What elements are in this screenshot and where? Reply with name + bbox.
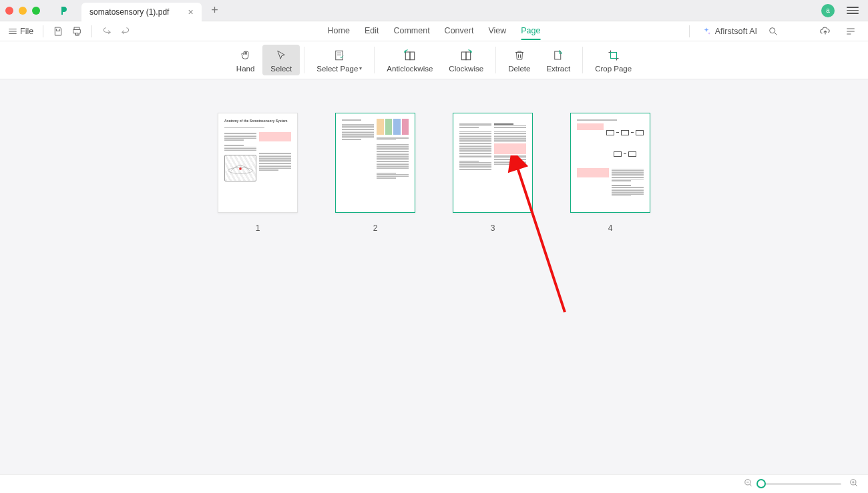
redo-icon (120, 26, 131, 37)
print-icon (71, 26, 82, 37)
divider (582, 47, 583, 73)
tab-comment[interactable]: Comment (393, 23, 429, 40)
ai-assistant-button[interactable]: Afirstsoft AI (702, 27, 757, 36)
search-icon (768, 26, 779, 37)
rotate-right-icon (459, 48, 473, 63)
page-2-thumbnail[interactable] (335, 113, 415, 213)
zoom-slider[interactable] (761, 483, 841, 485)
tab-edit[interactable]: Edit (365, 23, 379, 40)
divider (689, 25, 690, 37)
divider (43, 25, 43, 37)
minimize-window-button[interactable] (19, 7, 27, 15)
zoom-slider-thumb[interactable] (756, 479, 766, 488)
main-menu-button[interactable] (847, 5, 859, 17)
tab-home[interactable]: Home (328, 23, 350, 40)
divider (495, 47, 496, 73)
tab-convert[interactable]: Convert (445, 23, 474, 40)
svg-point-9 (239, 167, 242, 170)
undo-button[interactable] (97, 23, 116, 39)
svg-point-0 (770, 27, 775, 33)
cloud-icon (819, 25, 831, 37)
extract-icon (552, 48, 564, 63)
save-button[interactable] (49, 23, 67, 39)
svg-rect-6 (555, 51, 561, 59)
file-menu[interactable]: File (8, 27, 33, 36)
app-logo (55, 4, 73, 17)
rotate-anticlockwise-button[interactable]: Anticlockwise (379, 45, 441, 75)
page-number-label: 2 (373, 223, 378, 233)
extract-page-button[interactable]: Extract (538, 45, 578, 75)
zoom-in-icon (849, 478, 859, 488)
select-page-dropdown[interactable]: Select Page▾ (308, 45, 370, 75)
zoom-out-button[interactable] (742, 478, 754, 490)
svg-rect-1 (336, 51, 343, 60)
divider (91, 25, 92, 37)
page-thumbnail-container: Anatomy of the Somatosensory System (218, 113, 298, 233)
rotate-clockwise-button[interactable]: Clockwise (441, 45, 491, 75)
new-tab-button[interactable]: + (206, 1, 224, 20)
maximize-window-button[interactable] (32, 7, 40, 15)
svg-rect-2 (405, 52, 410, 60)
undo-icon (101, 26, 112, 37)
menu-tabs: Home Edit Comment Convert View Page (328, 23, 541, 40)
delete-page-button[interactable]: Delete (500, 45, 538, 75)
search-button[interactable] (764, 23, 783, 39)
rotate-left-icon (403, 48, 417, 63)
page-3-thumbnail[interactable] (453, 113, 533, 213)
top-toolbar: File Home Edit Comment Convert View Page… (0, 21, 868, 41)
zoom-in-button[interactable] (848, 478, 860, 490)
svg-rect-3 (410, 52, 415, 60)
hand-tool[interactable]: Hand (228, 45, 263, 75)
svg-rect-5 (466, 52, 471, 60)
page-1-thumbnail[interactable]: Anatomy of the Somatosensory System (218, 113, 298, 213)
document-tab-title: somatosensory (1).pdf (89, 7, 169, 17)
cloud-sync-button[interactable] (816, 23, 835, 39)
file-menu-label: File (20, 27, 33, 36)
hand-icon (240, 48, 252, 63)
page-number-label: 4 (608, 223, 613, 233)
page-thumbnail-container: 4 (570, 113, 650, 233)
sparkle-icon (702, 27, 711, 36)
collapse-ribbon-button[interactable] (841, 23, 860, 39)
ai-assistant-label: Afirstsoft AI (715, 27, 757, 36)
tab-view[interactable]: View (488, 23, 506, 40)
user-avatar[interactable]: a (821, 4, 835, 17)
zoom-out-icon (744, 478, 753, 488)
chevron-down-icon: ▾ (359, 65, 362, 71)
svg-rect-4 (462, 52, 467, 60)
document-tab[interactable]: somatosensory (1).pdf × (81, 3, 202, 21)
save-icon (53, 26, 63, 37)
titlebar: somatosensory (1).pdf × + a (0, 0, 868, 21)
crop-page-button[interactable]: Crop Page (587, 45, 640, 75)
print-button[interactable] (67, 23, 86, 39)
page-1-title: Anatomy of the Somatosensory System (224, 119, 291, 123)
page-thumbnail-container: 2 (335, 113, 415, 233)
window-controls (5, 7, 40, 15)
redo-button[interactable] (116, 23, 135, 39)
crop-icon (608, 48, 620, 63)
trash-icon (513, 48, 525, 63)
status-bar (0, 474, 868, 493)
close-window-button[interactable] (5, 7, 13, 15)
page-thumbnail-container: 3 (453, 113, 533, 233)
tab-page[interactable]: Page (521, 23, 540, 40)
svg-rect-7 (610, 52, 616, 58)
divider (374, 47, 375, 73)
page-number-label: 3 (491, 223, 495, 233)
cursor-icon (275, 48, 287, 63)
page-ribbon: Hand Select Select Page▾ Anticlockwise C… (0, 41, 868, 79)
divider (304, 47, 304, 73)
collapse-icon (845, 26, 856, 37)
page-4-thumbnail[interactable] (570, 113, 650, 213)
close-tab-button[interactable]: × (188, 7, 193, 17)
page-thumbnail-workspace[interactable]: Anatomy of the Somatosensory System (0, 79, 868, 474)
file-menu-icon (8, 27, 17, 36)
select-page-icon (333, 48, 345, 63)
page-number-label: 1 (256, 223, 260, 233)
select-tool[interactable]: Select (262, 45, 300, 75)
